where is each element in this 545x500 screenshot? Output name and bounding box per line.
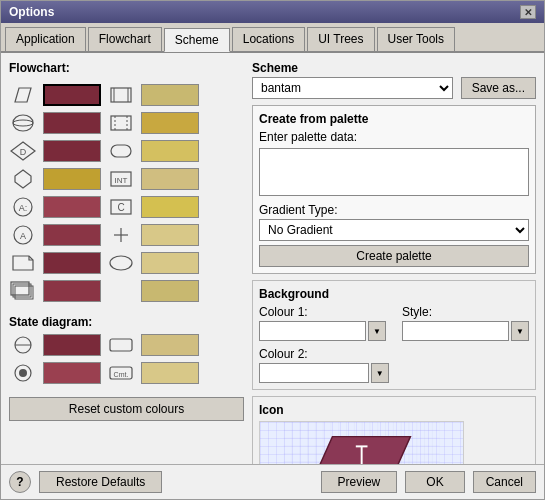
color-swatch-1[interactable] xyxy=(43,84,101,106)
colour2-section: Colour 2: ▼ xyxy=(259,347,529,383)
colour1-dropdown[interactable]: ▼ xyxy=(368,321,386,341)
shape-loop-icon xyxy=(107,139,135,163)
tab-locations[interactable]: Locations xyxy=(232,27,305,51)
color-swatch-11[interactable] xyxy=(43,224,101,246)
left-panel: Flowchart: xyxy=(9,61,244,456)
scheme-section: Scheme bantam Save as... xyxy=(252,61,536,99)
palette-enter-label: Enter palette data: xyxy=(259,130,529,144)
close-button[interactable]: ✕ xyxy=(520,5,536,19)
color-swatch-12[interactable] xyxy=(141,224,199,246)
style-col: Style: ▼ xyxy=(402,305,529,341)
svg-text:Cmt.: Cmt. xyxy=(114,371,129,378)
flowchart-grid: D INT A: xyxy=(9,83,244,303)
color-swatch-6[interactable] xyxy=(141,140,199,162)
colour2-input[interactable] xyxy=(259,363,369,383)
color-swatch-4[interactable] xyxy=(141,112,199,134)
color-swatch-15[interactable] xyxy=(43,280,101,302)
svg-marker-0 xyxy=(15,88,31,102)
svg-point-32 xyxy=(19,369,27,377)
scheme-row: bantam Save as... xyxy=(252,77,536,99)
colour2-dropdown[interactable]: ▼ xyxy=(371,363,389,383)
tab-bar: Application Flowchart Scheme Locations U… xyxy=(1,23,544,53)
colour1-col: Colour 1: ▼ xyxy=(259,305,386,341)
create-palette-button[interactable]: Create palette xyxy=(259,245,529,267)
shape-io-icon xyxy=(9,111,37,135)
color-swatch-14[interactable] xyxy=(141,252,199,274)
shape-oval-icon xyxy=(107,251,135,275)
shape-circle-a-icon: A xyxy=(9,223,37,247)
colour1-label: Colour 1: xyxy=(259,305,386,319)
svg-point-5 xyxy=(13,120,33,126)
background-title: Background xyxy=(259,287,529,301)
state-rect-icon xyxy=(107,333,135,357)
color-swatch-13[interactable] xyxy=(43,252,101,274)
help-button[interactable]: ? xyxy=(9,471,31,493)
shape-connector-icon xyxy=(9,167,37,191)
shape-plus-icon xyxy=(107,223,135,247)
flowchart-label: Flowchart: xyxy=(9,61,244,75)
tab-ui-trees[interactable]: UI Trees xyxy=(307,27,374,51)
background-row: Colour 1: ▼ Style: ▼ xyxy=(259,305,529,341)
palette-section: Create from palette Enter palette data: … xyxy=(252,105,536,274)
reset-colours-button[interactable]: Reset custom colours xyxy=(9,397,244,421)
preview-button[interactable]: Preview xyxy=(321,471,398,493)
gradient-select[interactable]: No Gradient xyxy=(259,219,529,241)
tab-flowchart[interactable]: Flowchart xyxy=(88,27,162,51)
tab-application[interactable]: Application xyxy=(5,27,86,51)
svg-text:D: D xyxy=(20,147,27,157)
shape-multi-doc-icon xyxy=(9,279,37,303)
tab-user-tools[interactable]: User Tools xyxy=(377,27,455,51)
shape-decision-icon: D xyxy=(9,139,37,163)
tab-scheme[interactable]: Scheme xyxy=(164,28,230,52)
svg-text:INT: INT xyxy=(115,176,128,185)
svg-point-4 xyxy=(13,115,33,131)
shape-preparation-icon xyxy=(107,111,135,135)
svg-marker-12 xyxy=(15,170,31,188)
restore-defaults-button[interactable]: Restore Defaults xyxy=(39,471,162,493)
scheme-label: Scheme xyxy=(252,61,536,75)
background-section: Background Colour 1: ▼ Style: ▼ xyxy=(252,280,536,390)
window-title: Options xyxy=(9,5,54,19)
style-dropdown[interactable]: ▼ xyxy=(511,321,529,341)
style-input[interactable] xyxy=(402,321,509,341)
svg-text:C: C xyxy=(117,202,124,213)
icon-canvas xyxy=(259,421,464,464)
state-swatch-3[interactable] xyxy=(43,362,101,384)
shape-capacitor-icon: C xyxy=(107,195,135,219)
color-swatch-3[interactable] xyxy=(43,112,101,134)
shape-process-icon xyxy=(107,83,135,107)
icon-title: Icon xyxy=(259,403,529,417)
state-swatch-2[interactable] xyxy=(141,334,199,356)
color-swatch-8[interactable] xyxy=(141,168,199,190)
svg-rect-6 xyxy=(111,116,131,130)
palette-textarea[interactable] xyxy=(259,148,529,196)
svg-rect-30 xyxy=(110,339,132,351)
color-swatch-5[interactable] xyxy=(43,140,101,162)
svg-text:A: A xyxy=(20,231,26,241)
state-swatch-1[interactable] xyxy=(43,334,101,356)
state-label: State diagram: xyxy=(9,315,244,329)
ok-button[interactable]: OK xyxy=(405,471,464,493)
style-label: Style: xyxy=(402,305,529,319)
svg-rect-11 xyxy=(111,145,131,157)
color-swatch-9[interactable] xyxy=(43,196,101,218)
options-window: Options ✕ Application Flowchart Scheme L… xyxy=(0,0,545,500)
shape-parallelogram-icon xyxy=(9,83,37,107)
colour1-input[interactable] xyxy=(259,321,366,341)
color-swatch-7[interactable] xyxy=(43,168,101,190)
cancel-button[interactable]: Cancel xyxy=(473,471,536,493)
save-as-button[interactable]: Save as... xyxy=(461,77,536,99)
scheme-select[interactable]: bantam xyxy=(252,77,453,99)
svg-point-24 xyxy=(110,256,132,270)
icon-preview-area: Edit... xyxy=(259,421,529,464)
color-swatch-16[interactable] xyxy=(141,280,199,302)
state-swatch-4[interactable] xyxy=(141,362,199,384)
state-grid: Cmt. xyxy=(9,333,244,385)
color-swatch-2[interactable] xyxy=(141,84,199,106)
gradient-row: Gradient Type: xyxy=(259,203,529,217)
state-section: State diagram: xyxy=(9,315,244,385)
state-start-icon xyxy=(9,361,37,385)
svg-marker-23 xyxy=(13,256,33,270)
palette-title: Create from palette xyxy=(259,112,529,126)
color-swatch-10[interactable] xyxy=(141,196,199,218)
